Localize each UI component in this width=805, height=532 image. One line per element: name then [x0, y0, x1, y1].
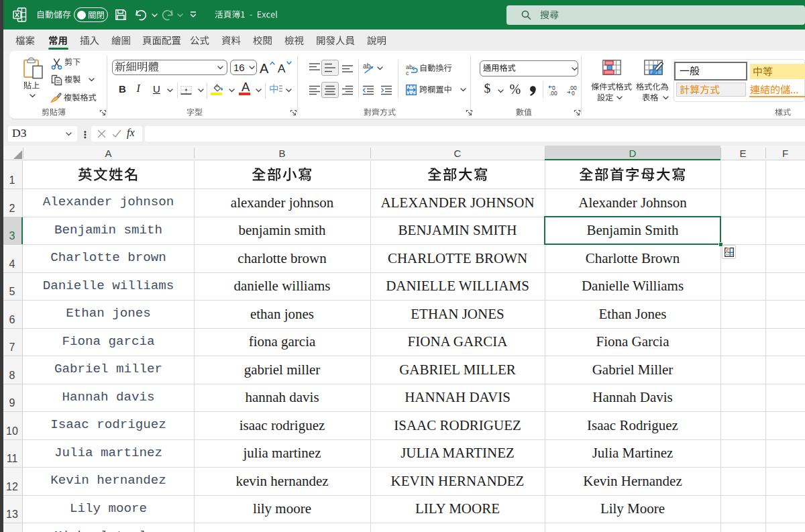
svg-text:c: c: [406, 70, 409, 76]
svg-text:ab: ab: [363, 62, 371, 70]
svg-text:.00: .00: [549, 90, 557, 97]
svg-text:0: 0: [572, 90, 575, 97]
